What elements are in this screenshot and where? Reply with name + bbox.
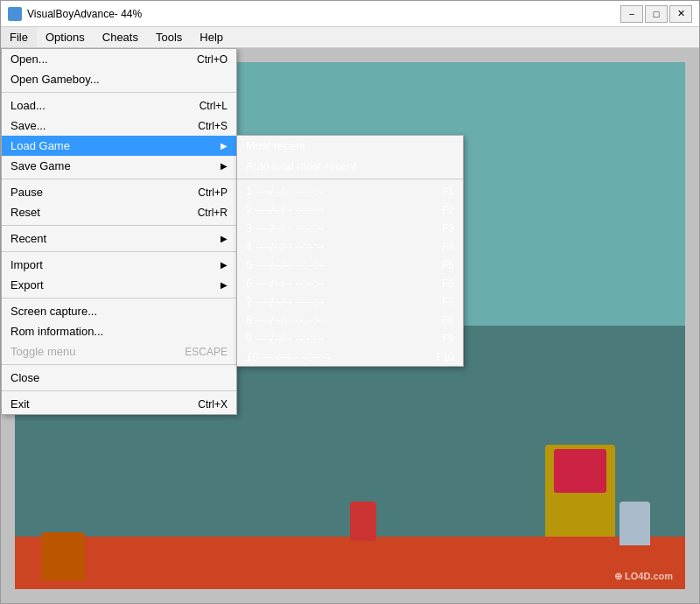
minimize-button[interactable]: − <box>620 5 643 23</box>
menu-open-gameboy[interactable]: Open Gameboy... <box>2 69 236 89</box>
menu-save-game[interactable]: Save Game ▶ <box>2 156 236 176</box>
close-button[interactable]: ✕ <box>669 5 692 23</box>
submenu-sep <box>237 179 463 179</box>
watermark-text: LO4D.com <box>625 571 673 581</box>
title-bar: VisualBoyAdvance- 44% − □ ✕ <box>1 1 699 27</box>
character-spaceman <box>620 502 650 545</box>
menu-toggle-menu: Toggle menu ESCAPE <box>2 341 236 362</box>
most-recent-item[interactable]: Most recent <box>237 136 463 156</box>
sep-2 <box>2 179 236 179</box>
menu-export[interactable]: Export ▶ <box>2 275 236 295</box>
sep-5 <box>2 298 236 298</box>
menu-reset[interactable]: Reset Ctrl+R <box>2 202 236 222</box>
throne <box>545 445 615 541</box>
slot-4[interactable]: 4 ----/--/-- --:--:-- F4 <box>237 237 463 256</box>
slot-5[interactable]: 5 ----/--/-- --:--:-- F5 <box>237 256 463 274</box>
auto-load-item[interactable]: Auto load most recent <box>237 156 463 176</box>
recent-arrow: ▶ <box>220 234 228 243</box>
watermark: ⊕ LO4D.com <box>614 571 673 582</box>
menu-pause[interactable]: Pause Ctrl+P <box>2 182 236 202</box>
menu-open[interactable]: Open... Ctrl+O <box>2 49 236 69</box>
menu-help[interactable]: Help <box>191 27 232 47</box>
menu-screen-capture[interactable]: Screen capture... <box>2 301 236 321</box>
main-content: ⊕ LO4D.com Open... Ctrl+O Open Gameboy..… <box>1 48 699 603</box>
sep-6 <box>2 364 236 365</box>
file-dropdown: Open... Ctrl+O Open Gameboy... Load... C… <box>1 48 237 415</box>
menu-save[interactable]: Save... Ctrl+S <box>2 116 236 136</box>
import-arrow: ▶ <box>220 260 228 270</box>
menu-file[interactable]: File <box>1 27 37 47</box>
slot-1[interactable]: 1 ----/--/-- --:--:-- F1 <box>237 182 463 200</box>
menu-load[interactable]: Load... Ctrl+L <box>2 95 236 116</box>
bottom-platform <box>15 537 685 589</box>
load-game-submenu: Most recent Auto load most recent 1 ----… <box>236 135 464 367</box>
app-icon <box>8 7 22 21</box>
save-game-arrow: ▶ <box>220 161 228 171</box>
sep-3 <box>2 225 236 226</box>
slot-10[interactable]: 10 ----/--/-- --:--:-- F10 <box>237 348 463 366</box>
slot-6[interactable]: 6 ----/--/-- --:--:-- F6 <box>237 274 463 292</box>
menu-options[interactable]: Options <box>37 27 94 47</box>
window-title: VisualBoyAdvance- 44% <box>27 8 620 20</box>
slot-3[interactable]: 3 ----/--/-- --:--:-- F3 <box>237 219 463 237</box>
menu-close[interactable]: Close <box>2 368 236 388</box>
menu-rom-info[interactable]: Rom information... <box>2 321 236 341</box>
watermark-symbol: ⊕ <box>614 571 625 581</box>
menu-bar: File Options Cheats Tools Help <box>1 27 699 48</box>
slot-7[interactable]: 7 ----/--/-- --:--:-- F7 <box>237 292 463 311</box>
slot-8[interactable]: 8 ----/--/-- --:--:-- F8 <box>237 311 463 329</box>
sep-7 <box>2 390 236 391</box>
character-toad <box>350 502 376 541</box>
slot-9[interactable]: 9 ----/--/-- --:--:-- F9 <box>237 329 463 348</box>
maximize-button[interactable]: □ <box>645 5 668 23</box>
sep-1 <box>2 92 236 93</box>
app-window: VisualBoyAdvance- 44% − □ ✕ File Options… <box>0 0 700 604</box>
slot-2[interactable]: 2 ----/--/-- --:--:-- F2 <box>237 200 463 219</box>
menu-tools[interactable]: Tools <box>147 27 191 47</box>
menu-load-game[interactable]: Load Game ▶ Most recent Auto load most r… <box>2 136 236 156</box>
window-controls: − □ ✕ <box>620 5 692 23</box>
sep-4 <box>2 251 236 252</box>
menu-import[interactable]: Import ▶ <box>2 255 236 275</box>
menu-recent[interactable]: Recent ▶ <box>2 228 236 249</box>
menu-exit[interactable]: Exit Ctrl+X <box>2 394 236 414</box>
menu-cheats[interactable]: Cheats <box>94 27 147 47</box>
character-koopa <box>41 532 85 580</box>
load-game-arrow: ▶ <box>220 141 228 151</box>
export-arrow: ▶ <box>220 280 228 290</box>
